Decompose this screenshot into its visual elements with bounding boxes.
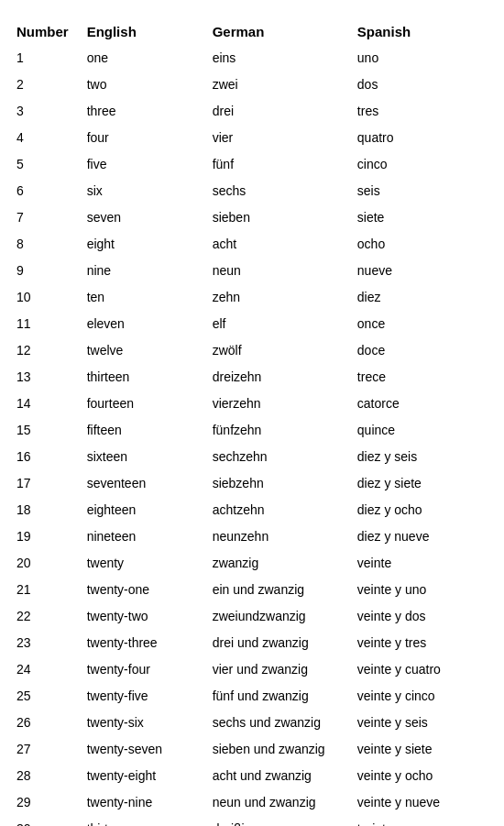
cell-spanish: treinta [350,816,495,826]
cell-german: dreißig [205,816,350,826]
cell-german: acht und zwanzig [205,763,350,789]
cell-spanish: uno [350,45,495,72]
cell-number: 13 [9,364,80,391]
table-row: 7sevensiebensiete [9,204,495,231]
cell-german: acht [205,231,350,258]
table-row: 14fourteenvierzehncatorce [9,391,495,417]
cell-german: eins [205,45,350,72]
cell-spanish: ocho [350,231,495,258]
cell-number: 6 [9,178,80,204]
table-row: 13thirteendreizehntrece [9,364,495,391]
numbers-table: Number English German Spanish 1oneeinsun… [9,18,495,826]
cell-number: 30 [9,816,80,826]
table-row: 9nineneunnueve [9,258,495,284]
table-row: 3threedreitres [9,98,495,125]
cell-spanish: veinte y seis [350,710,495,736]
cell-german: drei [205,98,350,125]
table-row: 28twenty-eightacht und zwanzigveinte y o… [9,763,495,789]
table-row: 24twenty-fourvier und zwanzigveinte y cu… [9,656,495,683]
cell-number: 28 [9,763,80,789]
header-spanish: Spanish [350,18,495,45]
cell-spanish: veinte y uno [350,577,495,603]
cell-spanish: catorce [350,391,495,417]
cell-spanish: diez [350,284,495,311]
table-row: 19nineteenneunzehndiez y nueve [9,523,495,550]
cell-number: 22 [9,603,80,630]
cell-number: 7 [9,204,80,231]
cell-spanish: quatro [350,125,495,151]
cell-english: nineteen [80,523,205,550]
cell-english: seven [80,204,205,231]
cell-english: twenty-seven [80,736,205,763]
table-row: 23twenty-threedrei und zwanzigveinte y t… [9,630,495,656]
cell-number: 4 [9,125,80,151]
table-row: 2twozweidos [9,72,495,98]
cell-german: fünfzehn [205,417,350,444]
cell-number: 29 [9,789,80,816]
cell-english: twenty-six [80,710,205,736]
cell-english: sixteen [80,444,205,470]
cell-english: twenty-one [80,577,205,603]
cell-english: twenty-four [80,656,205,683]
cell-german: fünf und zwanzig [205,683,350,710]
header-english: English [80,18,205,45]
cell-english: three [80,98,205,125]
cell-german: zwei [205,72,350,98]
cell-spanish: quince [350,417,495,444]
cell-english: eight [80,231,205,258]
cell-spanish: doce [350,337,495,364]
cell-english: twelve [80,337,205,364]
cell-english: eighteen [80,497,205,523]
cell-german: siebzehn [205,470,350,497]
cell-number: 12 [9,337,80,364]
cell-german: neun [205,258,350,284]
table-row: 25twenty-fivefünf und zwanzigveinte y ci… [9,683,495,710]
cell-spanish: veinte y cuatro [350,656,495,683]
table-row: 21twenty-oneein und zwanzigveinte y uno [9,577,495,603]
cell-number: 17 [9,470,80,497]
cell-german: achtzehn [205,497,350,523]
cell-spanish: siete [350,204,495,231]
cell-number: 1 [9,45,80,72]
cell-spanish: tres [350,98,495,125]
table-row: 15fifteenfünfzehnquince [9,417,495,444]
cell-english: twenty-two [80,603,205,630]
cell-number: 23 [9,630,80,656]
cell-english: four [80,125,205,151]
cell-german: sechs [205,178,350,204]
cell-german: ein und zwanzig [205,577,350,603]
cell-english: nine [80,258,205,284]
cell-spanish: veinte y dos [350,603,495,630]
cell-number: 19 [9,523,80,550]
cell-spanish: veinte y nueve [350,789,495,816]
table-row: 1oneeinsuno [9,45,495,72]
cell-number: 10 [9,284,80,311]
cell-number: 15 [9,417,80,444]
cell-number: 2 [9,72,80,98]
cell-number: 3 [9,98,80,125]
table-row: 12twelvezwölfdoce [9,337,495,364]
table-row: 27twenty-sevensieben und zwanzigveinte y… [9,736,495,763]
cell-german: sechs und zwanzig [205,710,350,736]
cell-german: drei und zwanzig [205,630,350,656]
cell-spanish: diez y seis [350,444,495,470]
table-row: 20twentyzwanzigveinte [9,550,495,577]
table-row: 26twenty-sixsechs und zwanzigveinte y se… [9,710,495,736]
cell-number: 20 [9,550,80,577]
cell-spanish: diez y siete [350,470,495,497]
table-row: 16sixteensechzehndiez y seis [9,444,495,470]
cell-english: ten [80,284,205,311]
table-body: 1oneeinsuno2twozweidos3threedreitres4fou… [9,45,495,826]
cell-number: 25 [9,683,80,710]
cell-number: 8 [9,231,80,258]
cell-spanish: diez y nueve [350,523,495,550]
cell-german: vier und zwanzig [205,656,350,683]
cell-spanish: once [350,311,495,337]
cell-spanish: veinte y tres [350,630,495,656]
cell-english: twenty-five [80,683,205,710]
cell-english: twenty-eight [80,763,205,789]
cell-german: sechzehn [205,444,350,470]
cell-number: 16 [9,444,80,470]
cell-german: sieben und zwanzig [205,736,350,763]
table-row: 22twenty-twozweiundzwanzigveinte y dos [9,603,495,630]
